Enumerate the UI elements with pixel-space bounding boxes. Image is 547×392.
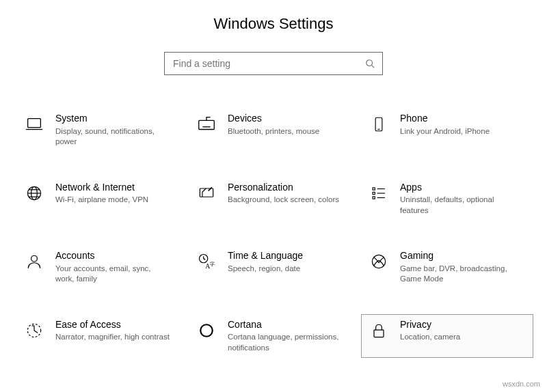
tile-desc: Link your Android, iPhone bbox=[400, 126, 516, 137]
tile-personalization[interactable]: Personalization Background, lock screen,… bbox=[189, 177, 361, 221]
laptop-icon bbox=[23, 113, 46, 136]
watermark: wsxdn.com bbox=[503, 380, 540, 388]
cortana-icon bbox=[195, 319, 218, 342]
tile-cortana[interactable]: Cortana Cortana language, permissions, n… bbox=[189, 314, 361, 359]
xbox-icon bbox=[367, 250, 390, 273]
tile-desc: Narrator, magnifier, high contrast bbox=[55, 332, 172, 343]
settings-grid: System Display, sound, notifications, po… bbox=[0, 108, 547, 358]
tile-title: Time & Language bbox=[228, 250, 355, 262]
tile-title: System bbox=[55, 113, 183, 125]
paintbrush-icon bbox=[195, 182, 218, 205]
tile-devices[interactable]: Devices Bluetooth, printers, mouse bbox=[189, 108, 361, 152]
keyboard-icon bbox=[195, 113, 218, 136]
tile-gaming[interactable]: Gaming Game bar, DVR, broadcasting, Game… bbox=[361, 245, 533, 290]
tile-title: Apps bbox=[400, 182, 527, 194]
globe-icon bbox=[23, 182, 46, 205]
tile-title: Accounts bbox=[55, 250, 183, 262]
search-box[interactable] bbox=[164, 52, 383, 75]
tile-title: Gaming bbox=[400, 250, 527, 262]
tile-desc: Location, camera bbox=[400, 332, 516, 343]
svg-rect-4 bbox=[199, 120, 215, 129]
tile-desc: Background, lock screen, colors bbox=[228, 195, 344, 206]
svg-rect-2 bbox=[28, 119, 41, 128]
tile-title: Network & Internet bbox=[55, 182, 183, 194]
tile-desc: Game bar, DVR, broadcasting, Game Mode bbox=[400, 264, 516, 285]
tile-network[interactable]: Network & Internet Wi-Fi, airplane mode,… bbox=[16, 177, 189, 221]
tile-privacy[interactable]: Privacy Location, camera bbox=[361, 314, 533, 359]
search-container bbox=[0, 52, 547, 75]
tile-accounts[interactable]: Accounts Your accounts, email, sync, wor… bbox=[16, 245, 189, 290]
svg-point-33 bbox=[200, 324, 213, 337]
svg-text:字: 字 bbox=[210, 262, 215, 266]
time-language-icon: A字 bbox=[195, 250, 218, 273]
search-icon bbox=[364, 58, 375, 69]
tile-title: Personalization bbox=[228, 182, 355, 194]
page-title: Windows Settings bbox=[0, 15, 547, 33]
tile-system[interactable]: System Display, sound, notifications, po… bbox=[16, 108, 189, 152]
svg-point-0 bbox=[366, 60, 373, 66]
lock-icon bbox=[367, 319, 390, 342]
phone-icon bbox=[367, 113, 390, 136]
svg-line-28 bbox=[204, 259, 206, 260]
tile-title: Cortana bbox=[228, 319, 355, 331]
tile-desc: Speech, region, date bbox=[228, 264, 344, 275]
search-input[interactable] bbox=[172, 57, 364, 70]
svg-rect-19 bbox=[373, 187, 375, 189]
tile-desc: Wi-Fi, airplane mode, VPN bbox=[55, 195, 172, 206]
ease-of-access-icon bbox=[23, 319, 46, 342]
tile-desc: Display, sound, notifications, power bbox=[55, 126, 172, 148]
tile-desc: Uninstall, defaults, optional features bbox=[400, 195, 516, 216]
tile-title: Privacy bbox=[400, 319, 527, 331]
person-icon bbox=[23, 250, 46, 273]
tile-title: Devices bbox=[228, 113, 355, 125]
svg-line-1 bbox=[372, 66, 375, 68]
svg-rect-20 bbox=[373, 192, 375, 194]
tile-desc: Cortana language, permissions, notificat… bbox=[228, 332, 344, 353]
tile-desc: Bluetooth, printers, mouse bbox=[228, 126, 344, 137]
tile-phone[interactable]: Phone Link your Android, iPhone bbox=[361, 108, 533, 152]
tile-apps[interactable]: Apps Uninstall, defaults, optional featu… bbox=[361, 177, 533, 221]
tile-desc: Your accounts, email, sync, work, family bbox=[55, 264, 172, 285]
tile-time-language[interactable]: A字 Time & Language Speech, region, date bbox=[189, 245, 361, 290]
svg-rect-21 bbox=[373, 196, 375, 198]
apps-list-icon bbox=[367, 182, 390, 205]
tile-ease-of-access[interactable]: Ease of Access Narrator, magnifier, high… bbox=[16, 314, 189, 359]
tile-title: Phone bbox=[400, 113, 527, 125]
svg-text:A: A bbox=[205, 262, 210, 270]
svg-rect-34 bbox=[374, 330, 384, 337]
svg-point-25 bbox=[31, 255, 38, 262]
tile-title: Ease of Access bbox=[55, 319, 183, 331]
svg-point-31 bbox=[372, 255, 385, 268]
